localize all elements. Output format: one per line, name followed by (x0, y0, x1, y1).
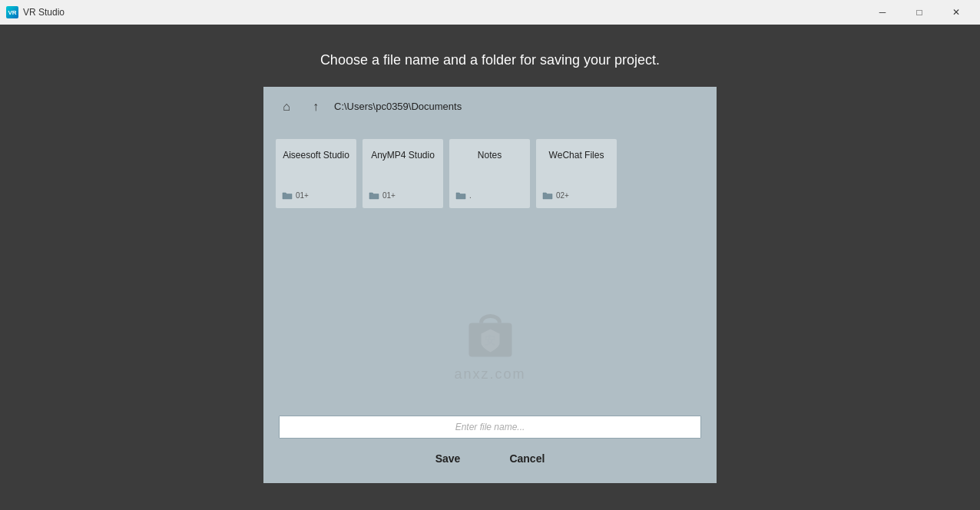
folder-icon (542, 191, 553, 200)
file-name: WeChat Files (549, 150, 604, 161)
folder-icon (282, 191, 293, 200)
titlebar: VR VR Studio ─ □ ✕ (0, 0, 980, 25)
file-empty-area: 安 anxz.com (263, 280, 717, 403)
svg-rect-0 (468, 323, 512, 356)
dialog-bottom: Save Cancel (263, 403, 717, 483)
file-meta: 01+ (369, 191, 437, 200)
file-meta: 02+ (542, 191, 611, 200)
list-item[interactable]: WeChat Files 02+ (536, 139, 617, 208)
close-button[interactable]: ✕ (939, 0, 974, 25)
file-meta: . (455, 191, 524, 200)
nav-path: C:\Users\pc0359\Documents (334, 101, 704, 112)
app-icon: VR (6, 6, 18, 18)
up-button[interactable]: ↑ (305, 96, 326, 118)
file-name: Notes (478, 150, 502, 161)
cancel-button[interactable]: Cancel (500, 449, 554, 468)
up-icon: ↑ (313, 100, 319, 114)
dialog-box: ⌂ ↑ C:\Users\pc0359\Documents Aiseesoft … (263, 87, 717, 483)
titlebar-controls: ─ □ ✕ (865, 0, 974, 25)
maximize-button[interactable]: □ (902, 0, 937, 25)
titlebar-left: VR VR Studio (6, 6, 65, 18)
watermark: 安 anxz.com (454, 301, 525, 382)
folder-icon (369, 191, 379, 200)
save-button[interactable]: Save (426, 449, 470, 468)
file-name: AnyMP4 Studio (371, 150, 435, 161)
watermark-text: anxz.com (454, 366, 525, 382)
main-content: Choose a file name and a folder for savi… (0, 25, 980, 510)
watermark-icon: 安 (459, 301, 521, 363)
app-title: VR Studio (23, 7, 65, 18)
folder-icon (455, 191, 466, 200)
filename-input[interactable] (279, 416, 701, 439)
home-button[interactable]: ⌂ (276, 96, 297, 118)
list-item[interactable]: Aiseesoft Studio 01+ (276, 139, 356, 208)
dialog-actions: Save Cancel (279, 449, 701, 468)
file-meta: 01+ (282, 191, 350, 200)
list-item[interactable]: AnyMP4 Studio 01+ (363, 139, 443, 208)
svg-text:安: 安 (484, 333, 495, 346)
dialog-heading: Choose a file name and a folder for savi… (320, 52, 660, 68)
home-icon: ⌂ (283, 100, 290, 114)
nav-bar: ⌂ ↑ C:\Users\pc0359\Documents (263, 87, 717, 127)
file-grid: Aiseesoft Studio 01+ AnyMP4 Studio 01+ (263, 127, 717, 280)
list-item[interactable]: Notes . (449, 139, 530, 208)
file-name: Aiseesoft Studio (283, 150, 349, 161)
minimize-button[interactable]: ─ (865, 0, 900, 25)
